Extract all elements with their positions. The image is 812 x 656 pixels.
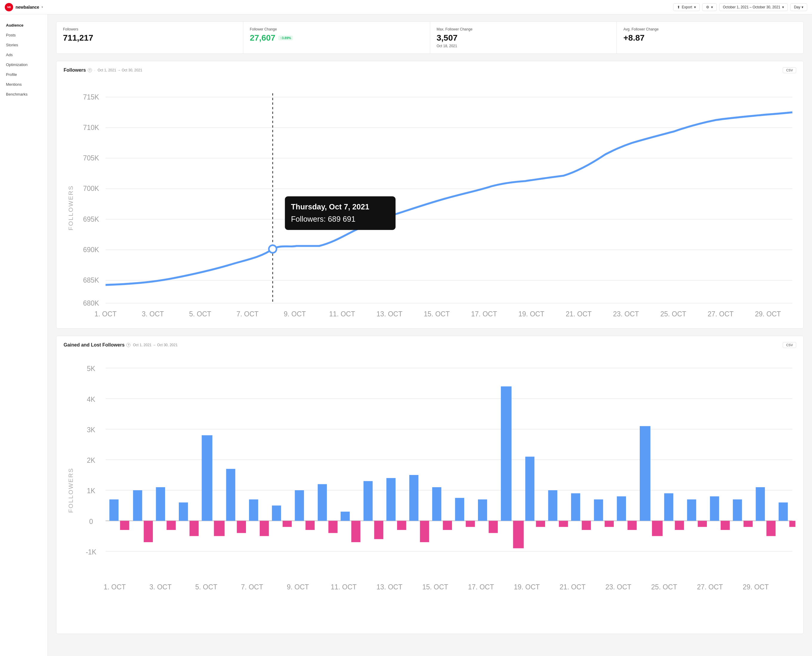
bar-lost-18 bbox=[513, 521, 524, 548]
bar-gained-16 bbox=[455, 498, 464, 521]
granularity-label: Day bbox=[794, 5, 800, 9]
bar-gained-19 bbox=[525, 457, 535, 521]
bar-lost-11 bbox=[351, 521, 361, 542]
y-label-690k: 690K bbox=[83, 246, 99, 254]
page-layout: Audience Posts Stories Ads Optimization … bbox=[0, 14, 812, 656]
x-label-11oct: 11. OCT bbox=[329, 310, 355, 318]
sidebar-item-audience[interactable]: Audience bbox=[0, 20, 48, 30]
bar-x-23oct: 23. OCT bbox=[605, 583, 631, 591]
bar-gained-2 bbox=[133, 490, 142, 521]
bar-y-5k: 5K bbox=[87, 365, 96, 373]
bar-x-17oct: 17. OCT bbox=[468, 583, 494, 591]
sidebar-item-posts[interactable]: Posts bbox=[0, 30, 48, 40]
followers-help-icon[interactable]: ? bbox=[88, 68, 92, 72]
x-label-21oct: 21. OCT bbox=[566, 310, 592, 318]
logo-area: NB newbalance ▾ bbox=[5, 3, 43, 11]
bar-lost-15 bbox=[443, 521, 452, 530]
logo-icon: NB bbox=[5, 3, 13, 11]
x-label-23oct: 23. OCT bbox=[613, 310, 639, 318]
date-range-picker[interactable]: October 1, 2021 – October 30, 2021 ▾ bbox=[719, 3, 788, 11]
bar-lost-23 bbox=[628, 521, 637, 530]
bar-gained-25 bbox=[664, 493, 673, 521]
gained-lost-help-icon[interactable]: ? bbox=[126, 343, 130, 347]
y-label-700k: 700K bbox=[83, 185, 99, 192]
stat-avg-label: Avg. Follower Change bbox=[623, 27, 797, 31]
bar-lost-8 bbox=[283, 521, 292, 527]
sidebar-item-ads[interactable]: Ads bbox=[0, 50, 48, 60]
bar-lost-21 bbox=[582, 521, 591, 530]
bar-y-4k: 4K bbox=[87, 396, 96, 403]
granularity-dropdown-arrow: ▾ bbox=[801, 5, 803, 9]
sidebar-item-optimization[interactable]: Optimization bbox=[0, 60, 48, 70]
x-label-29oct: 29. OCT bbox=[755, 310, 781, 318]
bar-gained-17 bbox=[478, 500, 487, 521]
y-label-710k: 710K bbox=[83, 124, 99, 132]
x-label-17oct: 17. OCT bbox=[471, 310, 497, 318]
x-label-5oct: 5. OCT bbox=[189, 310, 211, 318]
followers-chart-header: Followers ? · Oct 1, 2021 → Oct 30, 2021… bbox=[63, 67, 796, 73]
bar-y-neg1k: -1K bbox=[86, 548, 96, 556]
followers-chart-section: Followers ? · Oct 1, 2021 → Oct 30, 2021… bbox=[56, 61, 804, 329]
tooltip-box: Thursday, Oct 7, 2021 Followers: 689 691 bbox=[285, 196, 395, 230]
stat-max-value: 3,507 bbox=[437, 33, 610, 43]
export-button[interactable]: ⬆ Export ▾ bbox=[673, 3, 700, 11]
sidebar-item-mentions[interactable]: Mentions bbox=[0, 79, 48, 89]
bar-gained-18 bbox=[501, 386, 512, 521]
stat-followers: Followers 711,217 bbox=[56, 22, 243, 54]
bar-lost-2 bbox=[144, 521, 153, 542]
x-label-19oct: 19. OCT bbox=[519, 310, 545, 318]
bar-x-29oct: 29. OCT bbox=[743, 583, 769, 591]
bar-lost-29 bbox=[766, 521, 776, 536]
gained-lost-chart-title: Gained and Lost Followers ? bbox=[63, 342, 130, 348]
brand-dropdown-arrow[interactable]: ▾ bbox=[42, 5, 43, 9]
bar-lost-14 bbox=[420, 521, 429, 542]
bar-gained-22 bbox=[594, 500, 603, 521]
bar-lost-10 bbox=[328, 521, 338, 533]
stats-row: Followers 711,217 Follower Change 27,607… bbox=[56, 22, 804, 54]
stat-followers-label: Followers bbox=[63, 27, 236, 31]
stat-followers-value: 711,217 bbox=[63, 33, 236, 43]
bar-x-25oct: 25. OCT bbox=[651, 583, 677, 591]
bar-y-2k: 2K bbox=[87, 456, 96, 464]
sidebar-item-profile[interactable]: Profile bbox=[0, 70, 48, 79]
bar-gained-3 bbox=[156, 487, 165, 521]
bar-gained-24 bbox=[640, 426, 650, 521]
gained-lost-chart-section: Gained and Lost Followers ? Oct 1, 2021 … bbox=[56, 336, 804, 634]
bar-lost-30 bbox=[789, 521, 795, 527]
followers-csv-button[interactable]: CSV bbox=[783, 67, 796, 73]
x-label-7oct: 7. OCT bbox=[236, 310, 259, 318]
bar-x-27oct: 27. OCT bbox=[697, 583, 723, 591]
followers-arrow-separator: · bbox=[94, 68, 95, 72]
bar-lost-17 bbox=[489, 521, 498, 533]
followers-chart-title: Followers ? bbox=[63, 68, 92, 73]
bar-x-5oct: 5. OCT bbox=[195, 583, 217, 591]
bar-gained-10 bbox=[318, 484, 327, 521]
gained-lost-csv-button[interactable]: CSV bbox=[783, 342, 796, 348]
bar-gained-1 bbox=[109, 500, 119, 521]
main-content: Followers 711,217 Follower Change 27,607… bbox=[48, 14, 812, 656]
export-label: Export bbox=[682, 5, 692, 9]
bar-gained-12 bbox=[364, 481, 373, 521]
x-label-13oct: 13. OCT bbox=[377, 310, 403, 318]
sidebar-item-benchmarks[interactable]: Benchmarks bbox=[0, 89, 48, 99]
granularity-picker[interactable]: Day ▾ bbox=[790, 3, 807, 11]
bar-lost-20 bbox=[559, 521, 568, 527]
export-icon: ⬆ bbox=[677, 5, 680, 9]
bar-x-19oct: 19. OCT bbox=[514, 583, 540, 591]
gained-lost-chart-header: Gained and Lost Followers ? Oct 1, 2021 … bbox=[63, 342, 796, 348]
bar-x-11oct: 11. OCT bbox=[331, 583, 357, 591]
bar-x-1oct: 1. OCT bbox=[103, 583, 126, 591]
stat-follower-change-label: Follower Change bbox=[250, 27, 423, 31]
bar-x-9oct: 9. OCT bbox=[287, 583, 309, 591]
sidebar-item-stories[interactable]: Stories bbox=[0, 40, 48, 50]
settings-button[interactable]: ⚙ ▾ bbox=[702, 3, 717, 11]
x-label-27oct: 27. OCT bbox=[707, 310, 733, 318]
y-label-695k: 695K bbox=[83, 215, 99, 223]
sidebar: Audience Posts Stories Ads Optimization … bbox=[0, 14, 48, 656]
bar-lost-5 bbox=[214, 521, 225, 536]
bar-gained-6 bbox=[226, 469, 235, 521]
bar-lost-7 bbox=[260, 521, 269, 536]
bar-gained-11 bbox=[341, 512, 350, 521]
tooltip-dot bbox=[269, 245, 277, 253]
bar-lost-6 bbox=[237, 521, 246, 533]
